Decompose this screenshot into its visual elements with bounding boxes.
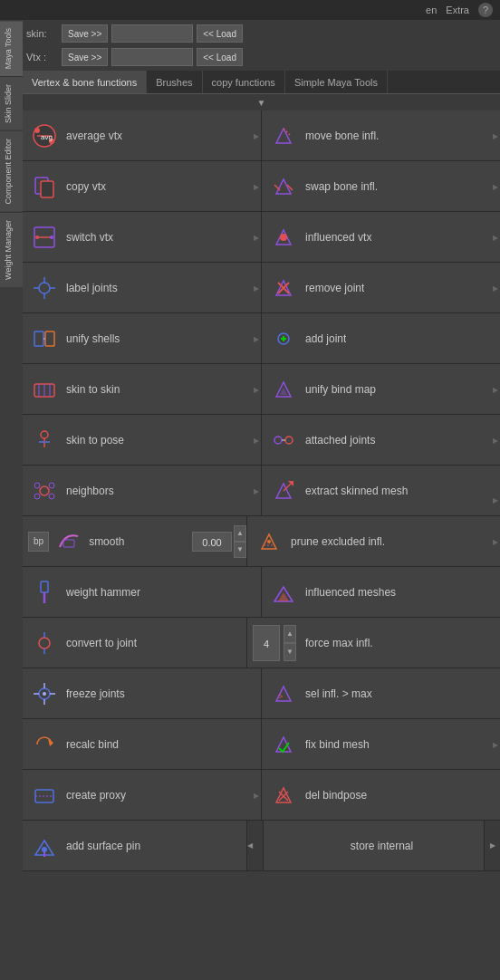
skin-save-button[interactable]: Save >> [62,24,108,43]
btn-unify-bind-map[interactable]: unify bind map ▶ [262,364,500,414]
influenced-meshes-label: influenced meshes [305,586,396,599]
btn-average-vtx[interactable]: avg average vtx ▶ [23,110,262,160]
btn-influenced-vtx[interactable]: influenced vtx ▶ [262,212,500,262]
skin-load-button[interactable]: << Load [197,24,243,43]
neighbors-label: neighbors [66,485,114,497]
create-proxy-icon [28,779,61,812]
svg-rect-28 [45,331,54,346]
skin-to-pose-arrow: ▶ [254,436,259,444]
btn-move-bone-infl[interactable]: move bone infl. ▶ [262,110,500,160]
extract-skinned-mesh-label: extract skinned mesh [305,485,408,497]
prune-excluded-infl-label: prune excluded infl. [291,535,385,548]
skin-to-skin-label: skin to skin [66,383,120,396]
smooth-scroll: ▲ ▼ [234,525,246,558]
smooth-scroll-down[interactable]: ▼ [234,542,246,558]
btn-neighbors[interactable]: neighbors ▶ [23,466,262,515]
skin-config-row: skin: Save >> << Load [26,22,496,45]
svg-point-61 [39,638,50,649]
create-proxy-arrow: ▶ [254,791,259,799]
bp-button[interactable]: bp [28,532,49,552]
btn-add-joint[interactable]: add joint [262,313,500,363]
svg-point-45 [40,486,49,495]
smooth-icon-area: smooth [49,525,192,558]
tab-copy-functions[interactable]: copy functions [203,71,285,93]
num-down-button[interactable]: ▼ [284,643,296,661]
btn-attached-joints[interactable]: attached joints ▶ [262,415,500,465]
smooth-value[interactable]: 0.00 [192,532,232,552]
freeze-joints-icon [28,677,61,710]
extra-label[interactable]: Extra [446,5,469,15]
side-tab-component-editor[interactable]: Component Editor [0,130,23,212]
side-tab-skin-slider[interactable]: Skin Slider [0,76,23,130]
btn-sel-infl-max[interactable]: > sel infl. > max [262,668,500,718]
skin-text-field[interactable] [111,24,193,43]
side-tab-maya-tools[interactable]: Maya Tools [0,20,23,76]
btn-fix-bind-mesh[interactable]: fix bind mesh ▶ [262,719,500,769]
btn-swap-bone-infl[interactable]: swap bone infl. ▶ [262,161,500,211]
convert-to-joint-cell[interactable]: convert to joint ▶ [23,618,247,668]
btn-skin-to-skin[interactable]: skin to skin ▶ [23,364,262,414]
btn-prune-excluded-infl[interactable]: prune excluded infl. ▶ [247,516,500,566]
svg-rect-53 [63,540,74,547]
unify-shells-icon [28,322,61,355]
fix-bind-mesh-arrow: ▶ [493,740,498,748]
side-tab-weight-manager[interactable]: Weight Manager [0,212,23,287]
svg-point-16 [50,235,53,239]
swap-bone-infl-label: swap bone infl. [305,180,378,193]
svg-point-46 [34,483,40,488]
influenced-vtx-arrow: ▶ [493,233,498,241]
num-controls: ▲ ▼ [284,625,296,661]
btn-influenced-meshes[interactable]: influenced meshes [262,567,500,617]
prune-excluded-infl-icon [253,525,285,558]
tab-dropdown[interactable]: ▼ [23,94,500,110]
btn-switch-vtx[interactable]: switch vtx ▶ [23,212,262,262]
attached-joints-label: attached joints [305,434,375,447]
vtx-save-button[interactable]: Save >> [62,48,108,66]
vtx-text-field[interactable] [111,48,193,66]
lang-label[interactable]: en [426,5,437,15]
help-button[interactable]: ? [478,3,493,17]
swap-bone-infl-arrow: ▶ [493,182,498,190]
skin-to-skin-arrow: ▶ [254,385,259,393]
btn-create-proxy[interactable]: create proxy ▶ [23,770,262,820]
btn-store-internal[interactable]: store internal ▶ [264,821,500,870]
row-average-vtx: avg average vtx ▶ move bone infl. ▶ [23,110,500,161]
store-right-arrow: ▶ [484,821,500,870]
btn-label-joints[interactable]: label joints ▶ [23,263,262,312]
neighbors-icon [28,475,61,507]
btn-extract-skinned-mesh[interactable]: extract skinned mesh [262,466,500,515]
extract-skinned-mesh-icon [267,475,300,507]
tab-vertex-bone[interactable]: Vertex & bone functions [23,71,147,93]
tab-brushes[interactable]: Brushes [147,71,202,93]
vtx-config-row: Vtx : Save >> << Load [26,45,496,69]
num-up-button[interactable]: ▲ [284,625,296,643]
btn-weight-hammer[interactable]: weight hammer [23,567,262,617]
btn-freeze-joints[interactable]: freeze joints [23,668,262,718]
smooth-scroll-up[interactable]: ▲ [234,525,246,542]
tab-simple-maya[interactable]: Simple Maya Tools [285,71,388,93]
svg-point-49 [49,494,54,499]
num-input[interactable]: 4 [253,625,280,661]
btn-add-surface-pin[interactable]: add surface pin [23,821,247,870]
vtx-load-button[interactable]: << Load [197,48,243,66]
row-freeze-joints: freeze joints > sel infl. > max [23,668,500,719]
button-grid: avg average vtx ▶ move bone infl. ▶ copy… [23,110,500,980]
svg-point-81 [42,847,47,852]
neighbors-arrow: ▶ [254,486,259,495]
skin-label: skin: [26,28,58,39]
label-joints-icon [28,272,61,304]
btn-del-bindpose[interactable]: del bindpose [262,770,500,820]
btn-copy-vtx[interactable]: copy vtx ▶ [23,161,262,211]
tab-bar: Vertex & bone functions Brushes copy fun… [23,71,500,94]
btn-unify-shells[interactable]: unify shells ▶ [23,313,262,363]
freeze-joints-label: freeze joints [66,687,125,700]
smooth-icon [53,525,85,558]
btn-skin-to-pose[interactable]: skin to pose ▶ [23,415,262,465]
svg-point-42 [274,437,282,444]
svg-point-47 [49,483,54,488]
btn-recalc-bind[interactable]: recalc bind [23,719,262,769]
smooth-label: smooth [89,535,124,548]
add-joint-label: add joint [305,332,346,345]
svg-point-19 [39,283,50,293]
btn-remove-joint[interactable]: remove joint ▶ [262,263,500,312]
